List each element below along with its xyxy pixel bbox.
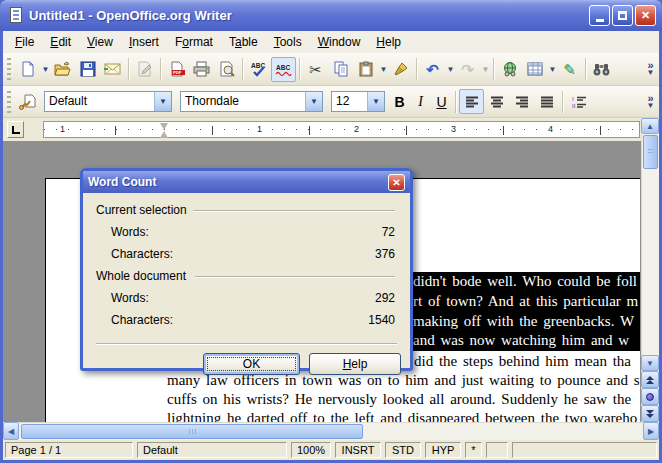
document-line-selected[interactable]: and was now watching him and w bbox=[410, 331, 640, 351]
align-center-button[interactable] bbox=[484, 89, 509, 114]
horizontal-scrollbar[interactable]: ◀ ▶ bbox=[3, 422, 659, 440]
format-paintbrush-button[interactable] bbox=[388, 57, 413, 82]
navigation-button[interactable] bbox=[641, 388, 659, 405]
scroll-right-button[interactable]: ▶ bbox=[643, 422, 659, 440]
underline-button[interactable]: U bbox=[431, 89, 452, 114]
menu-view[interactable]: View bbox=[79, 32, 121, 52]
align-left-button[interactable] bbox=[459, 89, 484, 114]
writer-window: { "window": { "title": "Untitled1 - Open… bbox=[0, 0, 662, 463]
title-bar[interactable]: Untitled1 - OpenOffice.org Writer ✕ bbox=[0, 0, 662, 31]
previous-page-button[interactable] bbox=[641, 371, 659, 388]
align-right-button[interactable] bbox=[509, 89, 534, 114]
numbering-button[interactable]: III bbox=[566, 89, 591, 114]
ok-button[interactable]: OK bbox=[203, 353, 300, 375]
next-page-button[interactable] bbox=[641, 405, 659, 422]
bold-button[interactable]: B bbox=[389, 89, 410, 114]
email-button[interactable] bbox=[100, 57, 125, 82]
hyperlink-button[interactable] bbox=[497, 57, 522, 82]
svg-text:II: II bbox=[572, 103, 576, 109]
scroll-up-button[interactable]: ▲ bbox=[641, 118, 659, 134]
status-insert-mode[interactable]: INSRT bbox=[335, 442, 381, 458]
toolbar-grip[interactable] bbox=[7, 58, 11, 80]
help-button[interactable]: Help bbox=[309, 353, 401, 375]
toolbar-overflow-button[interactable]: » ▼ bbox=[646, 94, 657, 110]
page-preview-button[interactable] bbox=[214, 57, 239, 82]
font-size-dropdown-button[interactable]: ▼ bbox=[367, 92, 384, 111]
text-selection[interactable]: didn't bode well. Who could be foll rt o… bbox=[410, 272, 640, 351]
close-button[interactable]: ✕ bbox=[635, 5, 656, 26]
scroll-left-button[interactable]: ◀ bbox=[3, 422, 19, 440]
paragraph-style-combobox[interactable]: Default ▼ bbox=[44, 91, 172, 112]
paragraph-style-value[interactable]: Default bbox=[45, 92, 154, 111]
status-page-number[interactable]: Page 1 / 1 bbox=[5, 442, 133, 458]
svg-text:I: I bbox=[572, 95, 574, 101]
maximize-button[interactable] bbox=[612, 5, 633, 26]
font-name-combobox[interactable]: Thorndale ▼ bbox=[180, 91, 323, 112]
menu-help[interactable]: Help bbox=[368, 32, 409, 52]
styles-formatting-button[interactable] bbox=[15, 89, 40, 114]
align-justify-button[interactable] bbox=[534, 89, 559, 114]
status-selection-mode[interactable]: STD bbox=[385, 442, 421, 458]
arrow-up-icon: ▲ bbox=[646, 122, 654, 131]
document-line-selected[interactable]: didn't bode well. Who could be foll bbox=[410, 272, 640, 292]
menu-table[interactable]: Table bbox=[221, 32, 266, 52]
autospellcheck-button[interactable]: ABC bbox=[271, 57, 296, 82]
indent-marker[interactable] bbox=[160, 123, 169, 138]
menu-window[interactable]: Window bbox=[310, 32, 369, 52]
save-button[interactable] bbox=[75, 57, 100, 82]
tab-stop-selector[interactable] bbox=[7, 121, 24, 138]
menu-format[interactable]: Format bbox=[167, 32, 221, 52]
document-line-selected[interactable]: making off with the greenbacks. W bbox=[410, 312, 640, 332]
print-button[interactable] bbox=[189, 57, 214, 82]
horizontal-scroll-thumb[interactable] bbox=[21, 424, 363, 439]
table-dropdown-arrow[interactable]: ▼ bbox=[548, 65, 557, 74]
font-name-value[interactable]: Thorndale bbox=[181, 92, 305, 111]
find-replace-button[interactable] bbox=[589, 57, 614, 82]
horizontal-ruler[interactable]: 1 1 2 3 4 bbox=[43, 121, 640, 138]
copy-button[interactable] bbox=[328, 57, 353, 82]
status-modified-flag[interactable]: * bbox=[465, 442, 482, 458]
vertical-scrollbar[interactable]: ▲ ▼ bbox=[641, 118, 659, 422]
menu-file[interactable]: File bbox=[7, 32, 42, 52]
new-dropdown-arrow[interactable]: ▼ bbox=[41, 65, 50, 74]
spellcheck-button[interactable]: ABC bbox=[246, 57, 271, 82]
dialog-close-button[interactable]: ✕ bbox=[388, 174, 405, 191]
italic-button[interactable]: I bbox=[410, 89, 431, 114]
toolbar-grip[interactable] bbox=[7, 91, 11, 113]
paste-button[interactable] bbox=[353, 57, 378, 82]
font-name-dropdown-button[interactable]: ▼ bbox=[305, 92, 322, 111]
redo-button[interactable]: ↷ bbox=[455, 57, 480, 82]
status-empty-cell bbox=[512, 442, 657, 458]
paste-dropdown-arrow[interactable]: ▼ bbox=[379, 65, 388, 74]
new-document-button[interactable] bbox=[15, 57, 40, 82]
status-hyperlink-mode[interactable]: HYP bbox=[425, 442, 461, 458]
font-size-value[interactable]: 12 bbox=[332, 92, 367, 111]
menu-tools[interactable]: Tools bbox=[266, 32, 310, 52]
menu-edit[interactable]: Edit bbox=[42, 32, 79, 52]
vertical-scroll-thumb[interactable] bbox=[643, 135, 658, 169]
cut-button[interactable]: ✂ bbox=[303, 57, 328, 82]
minimize-button[interactable] bbox=[589, 5, 610, 26]
show-draw-functions-button[interactable]: ✎ bbox=[557, 57, 582, 82]
toolbar-overflow-button[interactable]: » ▼ bbox=[646, 61, 657, 77]
dialog-title-bar[interactable]: Word Count ✕ bbox=[83, 171, 410, 193]
edit-file-button[interactable] bbox=[132, 57, 157, 82]
redo-dropdown-arrow[interactable]: ▼ bbox=[481, 65, 490, 74]
status-page-style[interactable]: Default bbox=[137, 442, 287, 458]
vertical-scroll-track[interactable] bbox=[641, 134, 659, 355]
menu-insert[interactable]: Insert bbox=[121, 32, 167, 52]
undo-button[interactable]: ↶ bbox=[420, 57, 445, 82]
font-size-combobox[interactable]: 12 ▼ bbox=[331, 91, 385, 112]
scroll-down-button[interactable]: ▼ bbox=[641, 355, 659, 371]
paragraph-style-dropdown-button[interactable]: ▼ bbox=[154, 92, 171, 111]
insert-table-button[interactable] bbox=[522, 57, 547, 82]
export-pdf-button[interactable]: PDF bbox=[164, 57, 189, 82]
document-line[interactable]: did the steps behind him mean tha bbox=[414, 352, 640, 371]
open-button[interactable] bbox=[50, 57, 75, 82]
horizontal-scroll-track[interactable] bbox=[19, 422, 643, 440]
document-line[interactable]: cuffs on his wrists? He nervously looked… bbox=[167, 390, 640, 409]
undo-dropdown-arrow[interactable]: ▼ bbox=[446, 65, 455, 74]
status-zoom[interactable]: 100% bbox=[291, 442, 331, 458]
document-line-selected[interactable]: rt of town? And at this particular m bbox=[410, 292, 640, 312]
document-line[interactable]: lightning he darted off to the left and … bbox=[167, 409, 640, 422]
